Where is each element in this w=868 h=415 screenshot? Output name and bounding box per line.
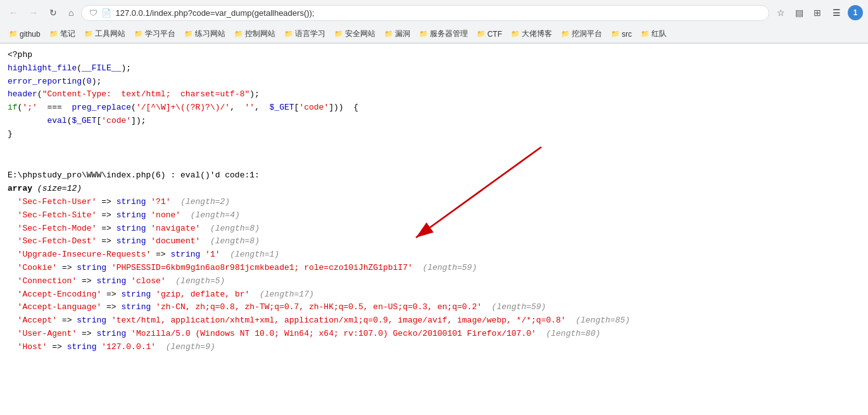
folder-icon: 📁 — [134, 30, 143, 38]
entry-cookie: 'Cookie' => string 'PHPSESSID=6kbm9g1n6a… — [8, 262, 860, 275]
output-header: E:\phpstudy_pro\WWW\index.php(6) : eval(… — [8, 169, 860, 182]
code-line-7: } — [8, 128, 860, 141]
grid-button[interactable]: ⊞ — [810, 5, 825, 20]
sidebar-button[interactable]: ▤ — [791, 5, 807, 20]
code-line-4: header("Content-Type: text/html; charset… — [8, 88, 860, 101]
folder-icon: 📁 — [611, 30, 620, 38]
folder-icon: 📁 — [477, 30, 486, 38]
bookmark-label: 大佬博客 — [522, 29, 552, 39]
back-button[interactable]: ← — [5, 5, 22, 20]
code-line-2: highlight_file(__FILE__); — [8, 62, 860, 75]
entry-accept-encoding: 'Accept-Encoding' => string 'gzip, defla… — [8, 288, 860, 302]
bookmark-tools[interactable]: 📁 工具网站 — [80, 27, 129, 41]
entry-accept-language: 'Accept-Language' => string 'zh-CN, zh;q… — [8, 301, 860, 314]
bookmark-label: 笔记 — [60, 29, 75, 39]
folder-icon: 📁 — [384, 30, 393, 38]
code-line-3: error_reporting(0); — [8, 75, 860, 89]
bookmark-label: 练习网站 — [195, 29, 225, 39]
code-line-1: <?php — [8, 49, 860, 62]
page-icon: 📄 — [101, 8, 111, 18]
folder-icon: 📁 — [511, 30, 520, 38]
entry-host: 'Host' => string '127.0.0.1' (length=9) — [8, 341, 860, 354]
url-text: 127.0.0.1/index.php?code=var_dump(getall… — [115, 8, 761, 18]
php-source: <?php highlight_file(__FILE__); error_re… — [8, 49, 860, 141]
bookmark-ctf[interactable]: 📁 CTF — [473, 29, 506, 40]
entry-sec-fetch-dest: 'Sec-Fetch-Dest' => string 'document' (l… — [8, 235, 860, 248]
profile-label: 1 — [853, 8, 858, 17]
bookmark-button[interactable]: ☆ — [773, 5, 789, 20]
folder-icon: 📁 — [184, 30, 193, 38]
folder-icon: 📁 — [334, 30, 343, 38]
output-section: E:\phpstudy_pro\WWW\index.php(6) : eval(… — [8, 169, 860, 354]
entry-upgrade-insecure: 'Upgrade-Insecure-Requests' => string '1… — [8, 248, 860, 262]
page-content: <?php highlight_file(__FILE__); error_re… — [0, 44, 868, 359]
folder-icon: 📁 — [641, 30, 650, 38]
bookmark-github[interactable]: 📁 github — [5, 29, 44, 40]
bookmark-src[interactable]: 📁 src — [607, 29, 636, 40]
entry-sec-fetch-user: 'Sec-Fetch-User' => string '?1' (length=… — [8, 196, 860, 209]
code-line-6: eval($_GET['code']); — [8, 115, 860, 128]
bookmark-label: 工具网站 — [95, 29, 125, 39]
home-button[interactable]: ⌂ — [65, 5, 77, 20]
home-icon: ⌂ — [68, 8, 73, 18]
folder-icon: 📁 — [561, 30, 570, 38]
entry-user-agent: 'User-Agent' => string 'Mozilla/5.0 (Win… — [8, 328, 860, 341]
bookmark-label: 漏洞 — [395, 29, 410, 39]
bookmark-notes[interactable]: 📁 笔记 — [46, 27, 79, 41]
bookmark-server[interactable]: 📁 服务器管理 — [415, 27, 472, 41]
bookmark-label: 服务器管理 — [430, 29, 468, 39]
reload-button[interactable]: ↻ — [46, 5, 61, 20]
bookmark-label: 挖洞平台 — [572, 29, 602, 39]
sidebar-icon: ▤ — [795, 8, 803, 18]
folder-icon: 📁 — [9, 30, 18, 38]
array-line: array (size=12) — [8, 182, 860, 196]
grid-icon: ⊞ — [814, 8, 821, 18]
bookmark-practice[interactable]: 📁 练习网站 — [180, 27, 229, 41]
bookmark-label: 控制网站 — [245, 29, 275, 39]
code-line-5: if(';' === preg_replace('/[^\W]+\((?R)?\… — [8, 101, 860, 115]
bookmark-label: 语言学习 — [295, 29, 325, 39]
folder-icon: 📁 — [49, 30, 58, 38]
browser-chrome: ← → ↻ ⌂ 🛡 📄 127.0.0.1/index.php?code=var… — [0, 0, 868, 44]
nav-bar: ← → ↻ ⌂ 🛡 📄 127.0.0.1/index.php?code=var… — [0, 0, 868, 25]
bookmark-label: 学习平台 — [145, 29, 175, 39]
nav-icons-right: ☆ ▤ ⊞ ☰ 1 — [773, 4, 863, 22]
entry-accept: 'Accept' => string 'text/html, applicati… — [8, 314, 860, 328]
bookmark-label: src — [622, 30, 632, 39]
bookmark-learning[interactable]: 📁 学习平台 — [130, 27, 179, 41]
bookmark-language[interactable]: 📁 语言学习 — [280, 27, 329, 41]
bookmark-blog[interactable]: 📁 大佬博客 — [507, 27, 556, 41]
entry-connection: 'Connection' => string 'close' (length=5… — [8, 275, 860, 288]
bookmark-icon: ☆ — [777, 8, 785, 18]
menu-icon: ☰ — [833, 8, 841, 18]
bookmark-label: 安全网站 — [345, 29, 375, 39]
forward-button[interactable]: → — [25, 5, 42, 20]
reload-icon: ↻ — [49, 8, 57, 18]
folder-icon: 📁 — [284, 30, 293, 38]
bookmark-bugbounty[interactable]: 📁 挖洞平台 — [557, 27, 606, 41]
profile-button[interactable]: 1 — [848, 5, 863, 20]
bookmark-label: github — [20, 30, 41, 39]
back-icon: ← — [9, 8, 18, 18]
folder-icon: 📁 — [84, 30, 93, 38]
folder-icon: 📁 — [419, 30, 428, 38]
bookmark-label: CTF — [487, 30, 502, 39]
bookmarks-bar: 📁 github 📁 笔记 📁 工具网站 📁 学习平台 📁 练习网站 📁 控制网… — [0, 25, 868, 43]
entry-sec-fetch-mode: 'Sec-Fetch-Mode' => string 'navigate' (l… — [8, 222, 860, 236]
shield-icon: 🛡 — [89, 8, 97, 18]
bookmark-control[interactable]: 📁 控制网站 — [230, 27, 279, 41]
bookmark-vuln[interactable]: 📁 漏洞 — [381, 27, 414, 41]
bookmark-security[interactable]: 📁 安全网站 — [330, 27, 379, 41]
entry-sec-fetch-site: 'Sec-Fetch-Site' => string 'none' (lengt… — [8, 209, 860, 222]
address-bar[interactable]: 🛡 📄 127.0.0.1/index.php?code=var_dump(ge… — [81, 5, 769, 21]
forward-icon: → — [29, 8, 38, 18]
bookmark-label: 红队 — [651, 29, 667, 39]
bookmark-redteam[interactable]: 📁 红队 — [637, 27, 670, 41]
firefox-menu-button[interactable]: ☰ — [827, 4, 845, 22]
folder-icon: 📁 — [234, 30, 243, 38]
